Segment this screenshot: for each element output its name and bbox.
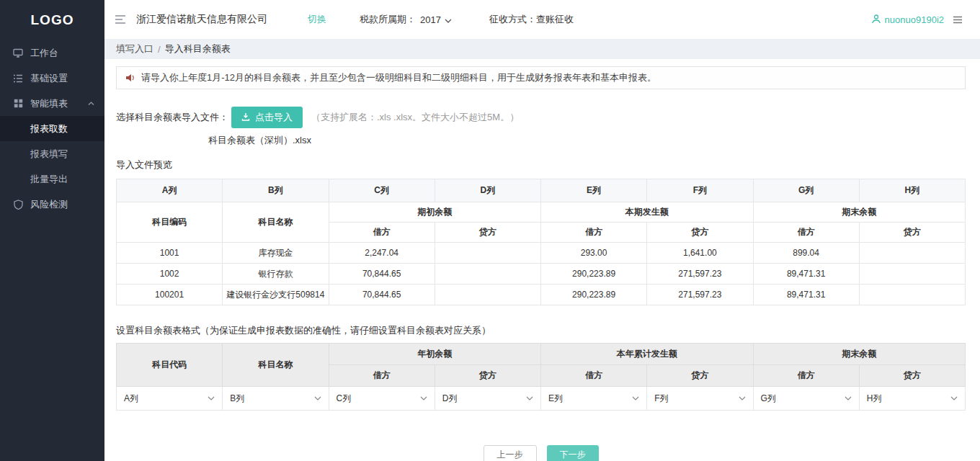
sidebar-item-basic-settings[interactable]: 基础设置 xyxy=(0,66,104,91)
cell xyxy=(435,264,540,285)
table-row: 1002 银行存款 70,844.65 290,223.89 271,597.2… xyxy=(117,264,966,285)
breadcrumb-parent[interactable]: 填写入口 xyxy=(116,42,153,55)
collection-method-value: 查账征收 xyxy=(536,14,574,24)
debit-header: 借方 xyxy=(753,223,859,243)
sidebar-nav: 工作台 基础设置 智能填表 报表取数 报表填写 xyxy=(0,40,104,217)
sidebar-item-label: 智能填表 xyxy=(30,97,68,110)
username: nuonuo9190i2 xyxy=(885,14,944,25)
breadcrumb-separator: / xyxy=(158,44,161,55)
sidebar-item-smart-forms[interactable]: 智能填表 xyxy=(0,91,104,116)
cell: 70,844.65 xyxy=(329,285,435,305)
cell: 1002 xyxy=(117,264,223,285)
sidebar-item-label: 风险检测 xyxy=(30,198,68,211)
select-value: E列 xyxy=(548,393,563,405)
cell xyxy=(859,243,965,264)
column-select-name[interactable]: B列 xyxy=(223,387,328,410)
column-select-period-credit[interactable]: F列 xyxy=(647,387,752,410)
download-icon xyxy=(241,112,250,123)
grid-icon xyxy=(13,99,23,109)
previous-step-button[interactable]: 上一步 xyxy=(484,445,537,461)
cell: 建设银行金沙支行509814 xyxy=(223,285,329,305)
import-file-label: 选择科目余额表导入文件： xyxy=(116,111,228,124)
credit-header: 贷方 xyxy=(859,365,965,387)
content: 请导入你上年度1月-12月的科目余额表，并且至少包含一级明细科目和二级明细科目，… xyxy=(104,59,980,461)
cell xyxy=(435,243,540,264)
app-root: LOGO 工作台 基础设置 智能填表 xyxy=(0,0,980,461)
cell: 库存现金 xyxy=(223,243,329,264)
select-value: B列 xyxy=(230,393,244,405)
settings-list-icon xyxy=(13,73,23,84)
cell: 290,223.89 xyxy=(541,264,647,285)
cell: 银行存款 xyxy=(223,264,329,285)
column-header: D列 xyxy=(435,179,540,202)
sidebar-item-workbench[interactable]: 工作台 xyxy=(0,40,104,66)
user-icon xyxy=(871,14,881,26)
sidebar-item-label: 基础设置 xyxy=(30,72,68,85)
chevron-up-icon xyxy=(88,102,94,106)
logo: LOGO xyxy=(0,0,104,40)
sidebar-item-risk-detection[interactable]: 风险检测 xyxy=(0,192,104,217)
chevron-down-icon xyxy=(445,14,452,25)
cell: 2,247.04 xyxy=(329,243,435,264)
sidebar-subitem-report-fill[interactable]: 报表填写 xyxy=(0,141,104,166)
column-header: H列 xyxy=(859,179,965,202)
speaker-icon xyxy=(125,73,135,82)
main-area: 浙江爱信诺航天信息有限公司 切换 税款所属期： 2017 征收方式：查账征收 xyxy=(104,0,980,461)
tax-period: 税款所属期： 2017 xyxy=(360,13,452,26)
next-step-button[interactable]: 下一步 xyxy=(547,445,599,461)
import-button[interactable]: 点击导入 xyxy=(231,107,303,128)
mapping-group-header-row: 科目代码 科目名称 年初余额 本年累计发生额 期末余额 xyxy=(117,344,966,365)
table-row: 100201 建设银行金沙支行509814 70,844.65 290,223.… xyxy=(117,285,966,305)
column-select-opening-credit[interactable]: D列 xyxy=(435,387,540,410)
sidebar-subitem-report-data[interactable]: 报表取数 xyxy=(0,116,104,141)
sidebar-subitem-batch-export[interactable]: 批量导出 xyxy=(0,166,104,192)
select-value: F列 xyxy=(654,393,668,405)
cell: 271,597.23 xyxy=(647,264,753,285)
column-header: A列 xyxy=(117,179,223,202)
footer-buttons: 上一步 下一步 xyxy=(116,445,966,461)
top-header: 浙江爱信诺航天信息有限公司 切换 税款所属期： 2017 征收方式：查账征收 xyxy=(104,0,980,39)
mapping-select-row: A列 B列 C列 D列 E列 F列 G列 H列 xyxy=(117,387,966,411)
cell: 271,597.23 xyxy=(647,285,753,305)
debit-header: 借方 xyxy=(541,223,647,243)
menu-icon[interactable] xyxy=(950,14,966,26)
select-value: G列 xyxy=(761,393,776,405)
column-select-closing-credit[interactable]: H列 xyxy=(860,387,965,410)
user-chip[interactable]: nuonuo9190i2 xyxy=(871,14,944,26)
preview-table: A列 B列 C列 D列 E列 F列 G列 H列 科目编码 科目名称 期初余额 本… xyxy=(116,179,966,305)
credit-header: 贷方 xyxy=(435,365,540,387)
preview-group-header-row: 科目编码 科目名称 期初余额 本期发生额 期末余额 xyxy=(117,202,966,223)
tax-period-dropdown[interactable]: 2017 xyxy=(420,14,452,25)
chevron-down-icon xyxy=(208,396,215,400)
debit-header: 借方 xyxy=(329,365,435,387)
group-header: 本年累计发生额 xyxy=(541,344,754,365)
chevron-down-icon xyxy=(845,396,852,400)
switch-company-link[interactable]: 切换 xyxy=(308,13,326,26)
column-select-code[interactable]: A列 xyxy=(117,387,222,410)
code-header: 科目代码 xyxy=(117,344,223,387)
collapse-sidebar-icon[interactable] xyxy=(110,12,130,27)
column-select-period-debit[interactable]: E列 xyxy=(541,387,646,410)
imported-filename: 科目余额表（深圳）.xlsx xyxy=(116,134,966,147)
cell: 290,223.89 xyxy=(541,285,647,305)
group-header: 本期发生额 xyxy=(541,202,754,223)
column-select-opening-debit[interactable]: C列 xyxy=(329,387,435,410)
import-file-row: 选择科目余额表导入文件： 点击导入 （支持扩展名：.xls .xlsx。文件大小… xyxy=(116,107,966,128)
select-value: D列 xyxy=(442,393,458,405)
column-header: F列 xyxy=(647,179,753,202)
chevron-down-icon xyxy=(739,396,746,400)
column-header: G列 xyxy=(753,179,859,202)
cell: 89,471.31 xyxy=(753,285,859,305)
column-select-closing-debit[interactable]: G列 xyxy=(754,387,859,410)
import-button-label: 点击导入 xyxy=(255,111,293,124)
cell: 89,471.31 xyxy=(753,264,859,285)
company-name: 浙江爱信诺航天信息有限公司 xyxy=(136,13,267,26)
preview-column-header-row: A列 B列 C列 D列 E列 F列 G列 H列 xyxy=(117,179,966,202)
group-header: 期末余额 xyxy=(753,202,966,223)
breadcrumb-current: 导入科目余额表 xyxy=(165,42,231,55)
table-row: 1001 库存现金 2,247.04 293.00 1,641.00 899.0… xyxy=(117,243,966,264)
group-header: 期初余额 xyxy=(329,202,541,223)
preview-section-title: 导入文件预览 xyxy=(116,158,966,171)
chevron-down-icon xyxy=(314,396,321,400)
select-value: H列 xyxy=(867,393,882,405)
